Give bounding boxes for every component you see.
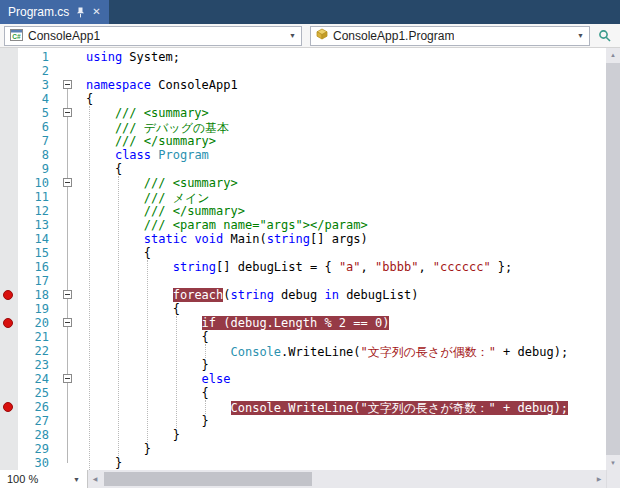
breakpoint-margin[interactable] — [0, 106, 18, 120]
code-text[interactable]: string[] debugList = { "a", "bbbb", "ccc… — [80, 260, 606, 274]
code-token: } — [86, 442, 151, 456]
scroll-left-icon[interactable]: ◀ — [88, 470, 102, 488]
code-line: 22 Console.WriteLine("文字列の長さが偶数：" + debu… — [0, 344, 606, 358]
code-line: 26 Console.WriteLine("文字列の長さが奇数：" + debu… — [0, 400, 606, 414]
code-text[interactable]: } — [80, 456, 606, 470]
breakpoint-margin[interactable] — [0, 64, 18, 78]
fold-margin — [56, 190, 80, 204]
fold-collapse-toggle[interactable] — [63, 108, 72, 117]
code-text[interactable]: { — [80, 246, 606, 260]
code-token: /// </summary> — [86, 134, 216, 148]
code-text[interactable]: } — [80, 442, 606, 456]
code-text[interactable]: { — [80, 330, 606, 344]
fold-collapse-toggle[interactable] — [63, 374, 72, 383]
breakpoint-margin[interactable] — [0, 358, 18, 372]
member-dropdown[interactable]: ConsoleApp1.Program ▼ — [310, 26, 590, 46]
code-token: ConsoleApp1 — [151, 78, 238, 92]
breakpoint-margin[interactable] — [0, 386, 18, 400]
breakpoint-margin[interactable] — [0, 400, 18, 414]
code-editor[interactable]: 1using System;23namespace ConsoleApp14{5… — [0, 48, 606, 470]
scroll-up-icon[interactable]: ▲ — [606, 48, 620, 62]
breakpoint-dot[interactable] — [3, 290, 13, 300]
breakpoint-margin[interactable] — [0, 190, 18, 204]
fold-collapse-toggle[interactable] — [63, 290, 72, 299]
fold-collapse-toggle[interactable] — [63, 178, 72, 187]
fold-margin — [56, 302, 80, 316]
breakpoint-margin[interactable] — [0, 218, 18, 232]
code-line: 27 } — [0, 414, 606, 428]
fold-margin — [56, 358, 80, 372]
breakpoint-margin[interactable] — [0, 204, 18, 218]
code-text[interactable]: /// <summary> — [80, 106, 606, 120]
code-text[interactable]: /// </summary> — [80, 134, 606, 148]
code-line: 18 foreach(string debug in debugList) — [0, 288, 606, 302]
fold-collapse-toggle[interactable] — [63, 80, 72, 89]
breakpoint-margin[interactable] — [0, 50, 18, 64]
code-text[interactable]: namespace ConsoleApp1 — [80, 78, 606, 92]
project-dropdown[interactable]: C# ConsoleApp1 ▼ — [4, 26, 302, 46]
breakpoint-margin[interactable] — [0, 92, 18, 106]
code-text[interactable]: { — [80, 162, 606, 176]
code-text[interactable]: /// <summary> — [80, 176, 606, 190]
code-text[interactable]: { — [80, 302, 606, 316]
breakpoint-margin[interactable] — [0, 134, 18, 148]
breakpoint-dot[interactable] — [3, 402, 13, 412]
breakpoint-margin[interactable] — [0, 162, 18, 176]
zoom-control[interactable]: 100 % ▼ — [0, 470, 88, 488]
horizontal-scrollbar[interactable]: ◀ ▶ — [88, 470, 606, 488]
code-token: Console — [231, 345, 282, 359]
scroll-down-icon[interactable]: ▼ — [606, 456, 620, 470]
code-text[interactable]: /// メイン — [80, 190, 606, 204]
navigate-search-icon[interactable] — [598, 29, 612, 43]
breakpoint-margin[interactable] — [0, 330, 18, 344]
code-text[interactable]: /// <param name="args"></param> — [80, 218, 606, 232]
breakpoint-margin[interactable] — [0, 274, 18, 288]
fold-collapse-toggle[interactable] — [63, 318, 72, 327]
breakpoint-margin[interactable] — [0, 232, 18, 246]
breakpoint-margin[interactable] — [0, 120, 18, 134]
breakpoint-margin[interactable] — [0, 344, 18, 358]
breakpoint-margin[interactable] — [0, 442, 18, 456]
breakpoint-margin[interactable] — [0, 302, 18, 316]
pin-icon[interactable] — [76, 7, 85, 18]
code-text[interactable]: static void Main(string[] args) — [80, 232, 606, 246]
fold-margin — [56, 176, 80, 190]
breakpoint-margin[interactable] — [0, 316, 18, 330]
code-text[interactable]: { — [80, 92, 606, 106]
code-text[interactable]: /// </summary> — [80, 204, 606, 218]
breakpoint-dot[interactable] — [3, 318, 13, 328]
code-text[interactable]: if (debug.Length % 2 == 0) — [80, 316, 606, 330]
code-text[interactable]: foreach(string debug in debugList) — [80, 288, 606, 302]
breakpoint-margin[interactable] — [0, 78, 18, 92]
code-text[interactable]: Console.WriteLine("文字列の長さが奇数：" + debug); — [80, 400, 606, 414]
code-text[interactable]: using System; — [80, 50, 606, 64]
breakpoint-margin[interactable] — [0, 246, 18, 260]
close-icon[interactable]: ✕ — [92, 7, 100, 17]
tab-program-cs[interactable]: Program.cs ✕ — [0, 0, 109, 24]
code-text[interactable] — [80, 64, 606, 78]
code-text[interactable]: } — [80, 358, 606, 372]
vertical-scrollbar-thumb[interactable] — [606, 63, 620, 455]
code-text[interactable]: } — [80, 414, 606, 428]
code-text[interactable]: /// デバッグの基本 — [80, 120, 606, 134]
code-line: 19 { — [0, 302, 606, 316]
code-text[interactable] — [80, 274, 606, 288]
breakpoint-margin[interactable] — [0, 372, 18, 386]
code-text[interactable]: class Program — [80, 148, 606, 162]
breakpoint-margin[interactable] — [0, 148, 18, 162]
breakpoint-margin[interactable] — [0, 260, 18, 274]
scroll-right-icon[interactable]: ▶ — [592, 470, 606, 488]
breakpoint-margin[interactable] — [0, 428, 18, 442]
horizontal-scrollbar-thumb[interactable] — [104, 472, 312, 486]
vertical-scrollbar[interactable]: ▲ ▼ — [606, 48, 620, 470]
breakpoint-margin[interactable] — [0, 176, 18, 190]
fold-margin — [56, 218, 80, 232]
code-text[interactable]: Console.WriteLine("文字列の長さが偶数：" + debug); — [80, 344, 606, 358]
breakpoint-margin[interactable] — [0, 456, 18, 470]
code-text[interactable]: { — [80, 386, 606, 400]
code-token: "bbbb" — [375, 260, 418, 274]
breakpoint-margin[interactable] — [0, 414, 18, 428]
breakpoint-margin[interactable] — [0, 288, 18, 302]
code-text[interactable]: } — [80, 428, 606, 442]
code-text[interactable]: else — [80, 372, 606, 386]
